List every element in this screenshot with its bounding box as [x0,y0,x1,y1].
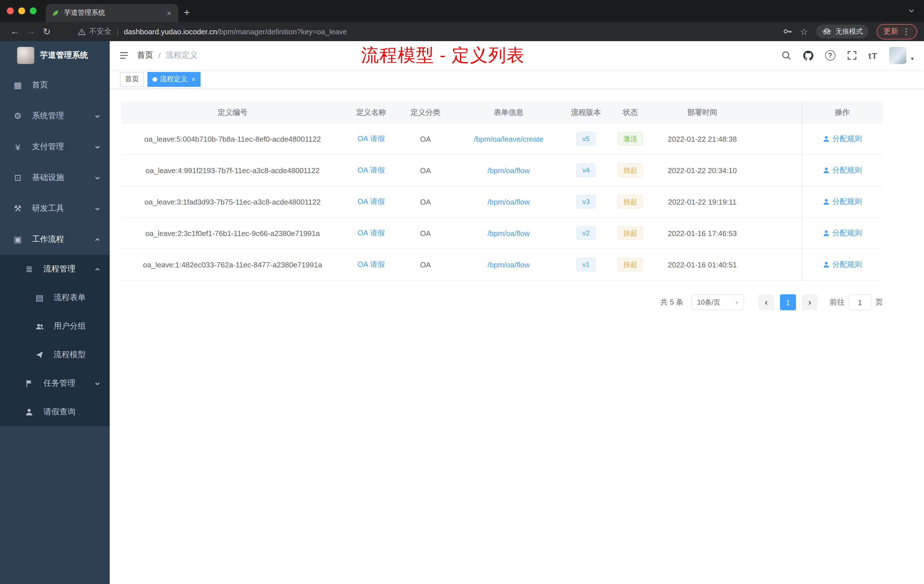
fixed-column-divider [802,102,802,280]
sidebar-item-payment[interactable]: ¥ 支付管理 [0,132,110,162]
sidebar-item-workflow[interactable]: ▣ 工作流程 [0,224,110,255]
definition-name-link[interactable]: OA 请假 [357,196,384,207]
menu-dots-icon[interactable]: ⋮ [902,27,910,36]
password-key-icon[interactable] [782,27,792,36]
update-label: 更新 [883,26,898,36]
sidebar-item-home[interactable]: ▦ 首页 [0,70,110,101]
assign-rule-label: 分配规则 [832,259,862,270]
logo-avatar [17,47,34,64]
goto-page-input[interactable] [848,294,871,310]
reload-button[interactable]: ↻ [39,23,55,40]
tab-search-chevron-icon[interactable] [908,0,915,22]
form-link[interactable]: /bpm/oa/flow [487,229,530,238]
address-bar[interactable]: 不安全 | dashboard.yudao.iocoder.cn/bpm/man… [78,26,776,36]
url-divider: | [117,27,119,36]
sidebar-item-user-group[interactable]: 用户分组 [0,312,110,341]
tab-close-icon[interactable]: × [166,8,173,17]
content: 定义编号 定义名称 定义分类 表单信息 流程版本 状态 部署时间 操作 oa_l… [110,89,924,584]
page-size-select[interactable]: 10条/页 ▾ [691,294,744,310]
sidebar-item-label: 流程表单 [54,292,86,303]
next-page-button[interactable]: › [802,294,818,310]
assign-rule-link[interactable]: 分配规则 [823,228,862,238]
assign-rule-link[interactable]: 分配规则 [823,196,862,207]
definition-name-link[interactable]: OA 请假 [357,228,384,238]
close-window-button[interactable] [7,7,14,14]
workflow-submenu: ≣ 流程管理 ▤ 流程表单 用户分组 [0,255,110,426]
version-tag: v5 [577,132,595,146]
back-button[interactable]: ← [7,23,23,40]
sidebar-item-process-management[interactable]: ≣ 流程管理 [0,255,110,284]
tag-label: 流程定义 [160,74,187,84]
avatar-caret-icon[interactable]: ▾ [911,55,914,64]
definition-id: oa_leave:1:482ec033-762a-11ec-8477-a2380… [121,260,344,269]
incognito-badge: 无痕模式 [816,25,869,38]
dashboard-icon: ▦ [12,80,24,90]
minimize-window-button[interactable] [18,7,25,14]
form-link[interactable]: /bpm/oa/flow [487,260,530,269]
definition-category: OA [398,229,452,238]
sidebar-item-process-model[interactable]: 流程模型 [0,341,110,369]
help-icon[interactable]: ? [825,50,835,61]
sidebar-item-label: 任务管理 [43,378,76,389]
prev-page-button[interactable]: ‹ [758,294,774,310]
definition-name-link[interactable]: OA 请假 [357,134,384,144]
sidebar-item-label: 研发工具 [32,203,64,214]
person-icon [823,230,830,237]
tag-process-definition[interactable]: 流程定义 × [147,72,201,87]
tag-close-icon[interactable]: × [191,75,195,83]
definition-table: 定义编号 定义名称 定义分类 表单信息 流程版本 状态 部署时间 操作 oa_l… [121,102,883,280]
sidebar-item-infrastructure[interactable]: ⊡ 基础设施 [0,162,110,193]
definition-category: OA [398,166,452,175]
chevron-down-icon [94,205,101,212]
sidebar-item-label: 请假查询 [43,407,76,417]
assign-rule-link[interactable]: 分配规则 [823,259,862,270]
person-icon [823,261,830,268]
assign-rule-link[interactable]: 分配规则 [823,134,862,144]
font-size-icon[interactable]: tT [869,51,878,60]
hamburger-icon[interactable] [110,50,137,61]
table-row: oa_leave:1:482ec033-762a-11ec-8477-a2380… [121,249,883,280]
users-icon [33,322,46,331]
person-icon [823,198,830,205]
bookmark-star-icon[interactable]: ☆ [800,26,808,37]
sidebar-item-label: 支付管理 [32,142,64,152]
forward-button[interactable]: → [23,23,39,40]
sidebar-item-leave-query[interactable]: 请假查询 [0,398,110,426]
sidebar-item-label: 首页 [32,80,48,90]
definition-name-link[interactable]: OA 请假 [357,165,384,175]
logo-title: 芋道管理系统 [40,50,88,61]
status-tag: 挂起 [618,195,643,209]
current-page-button[interactable]: 1 [780,294,796,310]
update-chrome-button[interactable]: 更新 ⋮ [876,24,917,39]
assign-rule-link[interactable]: 分配规则 [823,165,862,175]
sidebar-item-task-management[interactable]: 任务管理 [0,369,110,398]
sidebar: 芋道管理系统 ▦ 首页 ⚙ 系统管理 ¥ 支付管理 ⊡ 基础设施 [0,41,110,584]
list-icon: ≣ [23,264,35,274]
yen-icon: ¥ [12,142,24,152]
form-link[interactable]: /bpm/oa/flow [487,166,530,175]
definition-category: OA [398,198,452,206]
deploy-time: 2022-01-22 19:19:11 [653,198,751,206]
deploy-time: 2022-01-16 17:46:53 [653,229,751,238]
form-icon: ▤ [33,292,46,303]
definition-category: OA [398,135,452,143]
search-icon[interactable] [781,50,792,61]
definition-name-link[interactable]: OA 请假 [357,259,384,270]
breadcrumb-separator: / [158,51,160,60]
breadcrumb-home[interactable]: 首页 [137,50,153,61]
sidebar-item-system[interactable]: ⚙ 系统管理 [0,101,110,132]
form-link[interactable]: /bpm/oa/flow [487,198,530,206]
sidebar-item-devtools[interactable]: ⚒ 研发工具 [0,193,110,224]
user-avatar[interactable] [889,47,906,64]
table-row: oa_leave:4:991f2193-7b7f-11ec-a3c8-acde4… [121,155,883,186]
table-header: 定义编号 定义名称 定义分类 表单信息 流程版本 状态 部署时间 操作 [121,102,883,124]
form-link[interactable]: /bpm/oa/leave/create [474,135,543,143]
browser-tab[interactable]: 芋道管理系统 × [46,4,178,22]
browser-window: 芋道管理系统 × + ← → ↻ 不安全 | dashboard.yudao.i… [0,0,924,584]
github-icon[interactable] [803,50,814,61]
sidebar-item-process-form[interactable]: ▤ 流程表单 [0,284,110,312]
tag-home[interactable]: 首页 [120,72,144,87]
fullscreen-icon[interactable] [847,50,857,61]
new-tab-button[interactable]: + [178,4,195,22]
zoom-window-button[interactable] [30,7,36,14]
